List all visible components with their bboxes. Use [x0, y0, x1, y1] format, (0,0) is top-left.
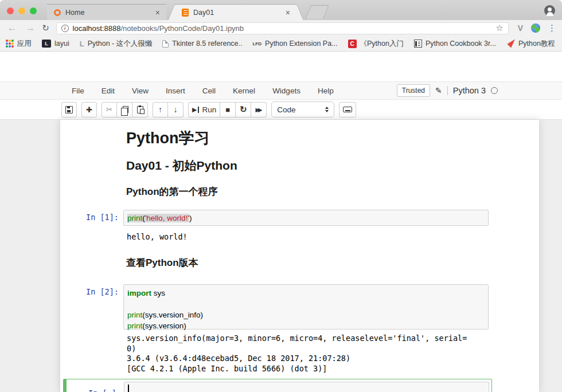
cell-1-output: hello, world!	[127, 232, 188, 241]
back-icon[interactable]: ←	[6, 22, 18, 34]
bookmark-python-blog[interactable]: L Python - 这个人很懒	[80, 39, 152, 49]
notebook-area: Python学习 Day01 - 初始Python Python的第一个程序 I…	[0, 120, 562, 392]
bookmark-layui[interactable]: L layui	[42, 40, 69, 48]
markdown-heading2[interactable]: Day01 - 初始Python	[126, 158, 237, 174]
bookmark-label: 应用	[17, 39, 32, 49]
minimize-window-button[interactable]	[18, 7, 25, 14]
letter-l-icon: L	[80, 40, 84, 48]
maximize-window-button[interactable]	[30, 7, 37, 14]
reload-icon[interactable]: ↻	[40, 23, 52, 33]
copy-cell-button[interactable]	[117, 102, 132, 117]
url-path: /notebooks/PythonCode/Day01.ipynb	[120, 24, 244, 33]
restart-kernel-button[interactable]: ↻	[236, 102, 251, 117]
menu-edit[interactable]: Edit	[93, 87, 123, 95]
code-cell-2[interactable]: import sys print(sys.version_info) print…	[123, 284, 489, 330]
page-info-icon[interactable]: i	[61, 25, 69, 32]
kernel-name: Python 3	[453, 86, 486, 95]
fast-forward-icon: ▶▶	[256, 107, 262, 113]
bookmarks-bar: 应用 L layui L Python - 这个人很懒 Tkinter 8.5 …	[0, 36, 562, 52]
arrow-down-icon: ↓	[174, 105, 178, 114]
bookmark-cookbook[interactable]: Python Cookbook 3r...	[414, 40, 496, 48]
close-tab-icon[interactable]: ×	[154, 8, 162, 17]
input-prompt-3: In [ ]:	[64, 389, 121, 392]
interrupt-kernel-button[interactable]: ■	[220, 102, 236, 117]
menu-kernel[interactable]: Kernel	[224, 87, 264, 95]
bookmark-label: Python Cookbook 3r...	[426, 40, 496, 48]
paste-cell-button[interactable]	[132, 102, 148, 117]
bookmark-python-intro[interactable]: C 《Python入门	[348, 39, 404, 49]
bookmark-apps[interactable]: 应用	[6, 39, 32, 49]
pencil-icon: ✎	[435, 86, 442, 95]
url-field[interactable]: i localhost:8888/notebooks/PythonCode/Da…	[56, 22, 509, 34]
command-palette-button[interactable]	[339, 102, 356, 117]
selected-empty-cell[interactable]: In [ ]:	[63, 379, 492, 392]
notebook-favicon-icon	[182, 9, 189, 17]
menu-file[interactable]: File	[63, 87, 93, 95]
cut-cell-button[interactable]: ✂	[102, 102, 117, 117]
code-cell-3-input[interactable]	[124, 382, 489, 392]
input-prompt-1: In [1]:	[60, 213, 119, 222]
markdown-heading3-first[interactable]: Python的第一个程序	[126, 185, 218, 198]
code-cell-1[interactable]: print('hello, world!')	[123, 210, 489, 226]
code-line: import sys	[127, 288, 485, 299]
menu-bar: File Edit View Insert Cell Kernel Widget…	[0, 81, 562, 100]
run-cell-button[interactable]: ▶ Run	[188, 102, 220, 117]
code-line: print(sys.version_info)	[127, 309, 485, 320]
cell-type-select[interactable]: Code	[271, 101, 334, 117]
bookmark-label: Python - 这个人很懒	[88, 39, 153, 49]
save-button[interactable]	[61, 102, 77, 117]
restart-run-all-button[interactable]: ▶▶	[251, 102, 267, 117]
browser-menu-icon[interactable]: ⋮	[548, 23, 556, 33]
kernel-idle-icon	[491, 87, 498, 94]
red-c-icon: C	[348, 40, 357, 48]
menu-insert[interactable]: Insert	[157, 87, 194, 95]
tab-day01[interactable]: Day01 ×	[175, 4, 296, 20]
cut-icon: ✂	[106, 105, 113, 114]
cell-2-output: sys.version_info(major=3, minor=6, micro…	[127, 334, 467, 374]
menu-view[interactable]: View	[123, 87, 157, 95]
bookmark-label: 《Python入门	[360, 39, 404, 49]
notebook-status-area: Trusted ✎ Python 3	[397, 84, 498, 97]
input-prompt-2: In [2]:	[60, 287, 119, 296]
rocket-icon	[506, 40, 515, 48]
menu-cell[interactable]: Cell	[194, 87, 224, 95]
code-line: print(sys.version)	[127, 320, 485, 331]
notebook-toolbar: ✚ ✂ ↑ ↓ ▶ Run ■ ↻ ▶▶ Code	[0, 100, 562, 120]
book-icon	[414, 40, 422, 48]
bookmark-label: Python教程	[518, 39, 555, 49]
bookmark-extension-packages[interactable]: LFD Python Extension Pa...	[252, 40, 337, 48]
extension-icon[interactable]: V	[518, 23, 523, 33]
bookmark-tkinter[interactable]: Tkinter 8.5 reference..	[162, 40, 242, 48]
jupyter-favicon-icon	[54, 9, 61, 16]
copy-icon	[123, 106, 128, 113]
close-window-button[interactable]	[7, 7, 14, 14]
markdown-heading1[interactable]: Python学习	[126, 128, 210, 148]
new-tab-button[interactable]	[305, 5, 329, 19]
tab-home[interactable]: Home ×	[47, 4, 166, 20]
bookmark-python-tutorial[interactable]: Python教程	[506, 39, 555, 49]
bookmark-star-icon[interactable]: ☆	[495, 23, 503, 33]
divider	[447, 86, 448, 95]
forward-icon[interactable]: →	[24, 22, 37, 34]
code-line: print('hello, world!')	[127, 213, 485, 224]
move-cell-up-button[interactable]: ↑	[153, 102, 168, 117]
move-cell-down-button[interactable]: ↓	[168, 102, 184, 117]
markdown-heading3-second[interactable]: 查看Python版本	[126, 256, 198, 269]
run-label: Run	[202, 105, 216, 114]
url-text: localhost:8888/notebooks/PythonCode/Day0…	[73, 24, 496, 33]
tab-home-label: Home	[65, 9, 154, 17]
select-caret-icon	[325, 107, 329, 112]
save-icon	[65, 106, 73, 113]
close-tab-icon[interactable]: ×	[284, 8, 292, 17]
add-cell-button[interactable]: ✚	[81, 102, 97, 117]
restart-icon: ↻	[240, 104, 247, 115]
trusted-button[interactable]: Trusted	[397, 84, 430, 97]
profile-avatar-icon[interactable]	[544, 5, 555, 16]
menu-help[interactable]: Help	[309, 87, 342, 95]
bookmark-label: Tkinter 8.5 reference..	[172, 40, 242, 48]
globe-extension-icon[interactable]	[531, 23, 540, 33]
menu-widgets[interactable]: Widgets	[264, 87, 309, 95]
layui-icon: L	[42, 40, 51, 48]
notebook-container: Python学习 Day01 - 初始Python Python的第一个程序 I…	[60, 120, 539, 392]
stop-icon: ■	[225, 105, 230, 114]
